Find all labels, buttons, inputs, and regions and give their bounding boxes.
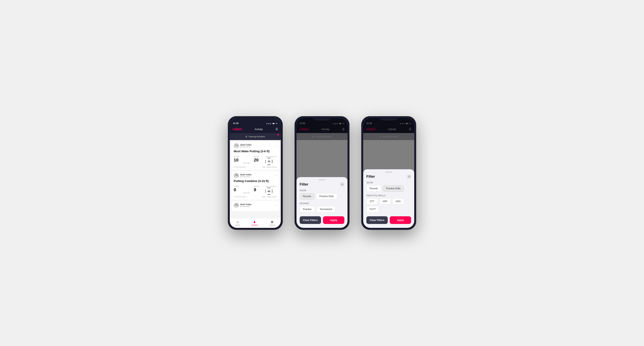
viewing-label-1: Viewing Activities xyxy=(248,135,265,138)
user-name-3: Josh Coles xyxy=(240,203,252,205)
close-btn-3[interactable]: ✕ xyxy=(407,174,411,179)
show-label-3: Show xyxy=(366,181,411,184)
user-details-2: Josh Coles 28 Feb 2023 xyxy=(240,173,252,178)
shots-value-2: 9 xyxy=(254,187,259,192)
modal-handle-2 xyxy=(318,179,326,180)
phone1: 11:33 ▲▲▲ ◀▶ 51 clippd Activity ☰ ⊞ Vi xyxy=(228,116,283,230)
data-source-1: Data: Clippd Capture xyxy=(262,166,277,168)
test-info-2[interactable]: ℹ Test Information xyxy=(234,196,246,198)
more-dots-1[interactable]: ··· xyxy=(274,144,277,147)
user-name-2: Josh Coles xyxy=(240,173,252,176)
user-details-3: Josh Coles 28 Feb 2023 xyxy=(240,203,252,207)
activities-icon-1: ♟ xyxy=(253,220,256,224)
nav-capture-1[interactable]: ⊕ Capture xyxy=(269,220,275,226)
app-btn-3[interactable]: APP xyxy=(379,198,391,204)
apply-btn-3[interactable]: Apply xyxy=(390,216,411,224)
nav-home-1[interactable]: ⌂ Home xyxy=(235,220,240,226)
sq-badge-1: 75 xyxy=(265,158,272,165)
clear-btn-2[interactable]: Clear Filters xyxy=(300,216,321,224)
close-btn-2[interactable]: ✕ xyxy=(340,182,344,186)
capture-icon-1: ⊕ xyxy=(271,220,273,224)
score-label-1: Score xyxy=(234,156,239,158)
svg-point-5 xyxy=(235,203,237,205)
arg-btn-3[interactable]: ARG xyxy=(392,198,404,204)
notch1 xyxy=(246,116,264,121)
home-icon-1: ⌂ xyxy=(237,220,238,224)
svg-point-6 xyxy=(234,206,238,208)
capture-label-1: Capture xyxy=(269,224,275,226)
bottom-nav-1: ⌂ Home ♟ Activities ⊕ Capture xyxy=(230,218,281,228)
practice-drills-btn-2[interactable]: Practice Drills xyxy=(316,193,337,199)
show-filter-buttons-3: Rounds Practice Drills xyxy=(366,185,411,192)
stats-row-1: Score 10 OUT OF Shots 20 Shot Quality xyxy=(234,154,277,165)
svg-point-4 xyxy=(234,176,238,178)
sq-label-1: Shot Quality xyxy=(265,156,277,158)
notch2 xyxy=(313,116,331,121)
stat-group-shots-1: Shots 20 xyxy=(254,156,259,163)
sq-value-2: 45 xyxy=(268,190,270,193)
modal-header-3: Filter ✕ xyxy=(366,174,411,179)
phone1-wrapper: 11:33 ▲▲▲ ◀▶ 51 clippd Activity ☰ ⊞ Vi xyxy=(228,116,283,230)
phone2: 11:33 ▲▲▲ ◀▶ 51 clippd Activity ☰ ⊞ Vi xyxy=(294,116,350,230)
rounds-section-label-2: Rounds xyxy=(300,202,344,204)
filter-modal-3: Filter ✕ Show Rounds Practice Drills Pra… xyxy=(363,169,414,228)
phone1-inner: 11:33 ▲▲▲ ◀▶ 51 clippd Activity ☰ ⊞ Vi xyxy=(230,118,281,228)
rounds-btn-3[interactable]: Rounds xyxy=(366,185,381,192)
rounds-btn-2[interactable]: Rounds xyxy=(300,193,314,199)
sq-value-1: 75 xyxy=(268,160,270,163)
nav-activities-1[interactable]: ♟ Activities xyxy=(251,220,258,226)
putt-btn-3[interactable]: PUTT xyxy=(366,206,379,212)
shots-label-1: Shots xyxy=(254,156,259,158)
more-dots-2[interactable]: ··· xyxy=(274,174,277,177)
user-name-1: Josh Coles xyxy=(240,144,252,146)
card-title-2: Putting Combine (3-15 ft) xyxy=(234,179,277,182)
modal-title-3: Filter xyxy=(366,174,375,179)
practice-drills-btn-3[interactable]: Practice Drills xyxy=(383,185,404,192)
filter-modal-2: Filter ✕ Show Rounds Practice Drills Rou… xyxy=(296,177,348,228)
stat-group-score-1: Score 10 xyxy=(234,156,239,163)
card-footer-1: ℹ Test Information Data: Clippd Capture xyxy=(234,166,277,168)
modal-footer-2: Clear Filters Apply xyxy=(300,216,344,224)
modal-header-2: Filter ✕ xyxy=(300,182,344,186)
test-info-1[interactable]: ℹ Test Information xyxy=(234,166,246,168)
battery-icon: 51 xyxy=(276,123,278,124)
modal-footer-3: Clear Filters Apply xyxy=(366,216,411,224)
tournament-btn-2[interactable]: Tournament xyxy=(316,206,335,212)
avatar-img-2 xyxy=(234,173,239,178)
show-filter-buttons-2: Rounds Practice Drills xyxy=(300,193,344,199)
card-footer-2: ℹ Test Information Data: Clippd Capture xyxy=(234,196,277,198)
activity-card-3: Josh Coles 28 Feb 2023 ··· xyxy=(231,201,279,211)
card-header-3: Josh Coles 28 Feb 2023 ··· xyxy=(234,203,277,208)
status-icons-1: ▲▲▲ ◀▶ 51 xyxy=(266,123,278,124)
stat-group-shots-2: Shots 9 xyxy=(254,185,259,192)
user-date-2: 28 Feb 2023 xyxy=(240,176,252,178)
signal-icon: ▲▲▲ xyxy=(266,123,271,124)
sq-badge-2: 45 xyxy=(265,188,272,195)
card-header-2: Josh Coles 28 Feb 2023 ··· xyxy=(234,173,277,178)
shot-quality-group-2: Shot Quality 45 xyxy=(265,184,277,195)
avatar-3 xyxy=(234,203,239,208)
avatar-2 xyxy=(234,173,239,178)
phone3-wrapper: 11:33 ▲▲▲ ◀▶ 51 clippd Activity ☰ ⊞ Vi xyxy=(361,116,416,230)
out-of-1: OUT OF xyxy=(243,162,250,164)
apply-btn-2[interactable]: Apply xyxy=(323,216,344,224)
filter-dot-1 xyxy=(277,134,279,135)
home-label-1: Home xyxy=(235,224,240,226)
drills-filter-buttons-3: OTT APP ARG PUTT xyxy=(366,198,411,212)
hamburger-icon-1[interactable]: ☰ xyxy=(276,128,278,131)
user-details-1: Josh Coles 28 Feb 2023 xyxy=(240,144,252,148)
info-icon-2: ℹ xyxy=(234,196,234,198)
practice-drills-section-label-3: Practice Drills xyxy=(366,194,411,197)
viewing-bar-1[interactable]: ⊞ Viewing Activities xyxy=(230,133,281,140)
score-label-2: Score xyxy=(234,185,239,187)
ott-btn-3[interactable]: OTT xyxy=(366,198,378,204)
app-header-1: clippd Activity ☰ xyxy=(230,125,281,133)
more-dots-3[interactable]: ··· xyxy=(274,204,277,207)
clear-btn-3[interactable]: Clear Filters xyxy=(366,216,388,224)
stat-group-score-2: Score 0 xyxy=(234,185,239,192)
phone2-wrapper: 11:33 ▲▲▲ ◀▶ 51 clippd Activity ☰ ⊞ Vi xyxy=(294,116,350,230)
header-title-1: Activity xyxy=(254,128,262,131)
notch3 xyxy=(380,116,398,121)
practice-btn-2[interactable]: Practice xyxy=(300,206,315,212)
modal-handle-3 xyxy=(385,172,392,173)
